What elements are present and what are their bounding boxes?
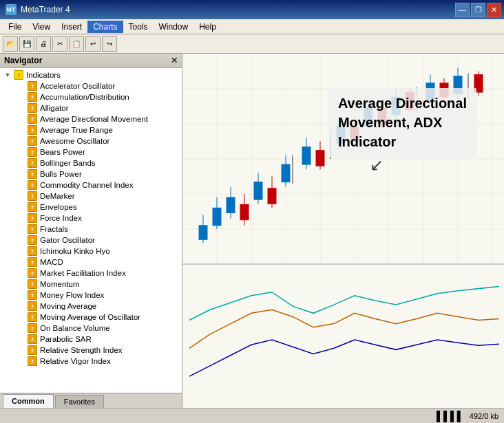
item-label: Moving Average of Oscillator	[40, 313, 140, 321]
list-item[interactable]: f Bulls Power	[14, 169, 182, 180]
list-item[interactable]: f Relative Strength Index	[14, 345, 182, 356]
navigator-close-button[interactable]: ✕	[171, 56, 178, 65]
item-label: Fractals	[40, 225, 68, 233]
status-right: ▌▌▌▌ 492/0 kb	[437, 411, 498, 422]
memory-status: 492/0 kb	[470, 412, 498, 420]
indicator-icon: f	[28, 81, 37, 91]
navigator-panel: Navigator ✕ ▼ f Indicators f Accelerator…	[0, 54, 182, 408]
svg-rect-32	[282, 164, 290, 182]
close-button[interactable]: ✕	[487, 3, 501, 17]
tree-root-indicators[interactable]: ▼ f Indicators	[0, 69, 182, 80]
indicator-icon: f	[28, 169, 37, 179]
indicator-icon: f	[28, 235, 37, 245]
item-label: Parabolic SAR	[40, 335, 92, 343]
menu-charts[interactable]: Charts	[87, 21, 123, 33]
list-item[interactable]: f Fractals	[14, 224, 182, 235]
toolbar-btn-5[interactable]: 📋	[69, 36, 84, 52]
navigator-body[interactable]: ▼ f Indicators f Accelerator Oscillator …	[0, 68, 182, 393]
menu-tools[interactable]: Tools	[123, 21, 154, 33]
indicator-icon: f	[28, 92, 37, 102]
chart-bars-icon: ▌▌▌▌	[437, 411, 464, 422]
tab-favorites[interactable]: Favorites	[55, 395, 104, 408]
list-item[interactable]: f Commodity Channel Index	[14, 180, 182, 191]
menu-help[interactable]: Help	[193, 21, 222, 33]
toolbar-btn-7[interactable]: ↪	[102, 36, 117, 52]
menu-insert[interactable]: Insert	[56, 21, 87, 33]
list-item[interactable]: f Moving Average	[14, 301, 182, 312]
menu-view[interactable]: View	[27, 21, 56, 33]
indicators-label: Indicators	[26, 71, 61, 79]
indicator-icon: f	[28, 103, 37, 113]
tab-common[interactable]: Common	[3, 394, 54, 408]
item-label: On Balance Volume	[40, 324, 110, 332]
svg-rect-48	[268, 188, 276, 204]
toolbar: 📂 💾 🖨 ✂ 📋 ↩ ↪	[0, 34, 504, 54]
toolbar-btn-2[interactable]: 💾	[19, 36, 34, 52]
list-item[interactable]: f Accelerator Oscillator	[14, 80, 182, 91]
list-item[interactable]: f Awesome Oscillator	[14, 135, 182, 147]
list-item[interactable]: f Momentum	[14, 279, 182, 290]
indicator-icon: f	[28, 257, 37, 267]
status-bar: ▌▌▌▌ 492/0 kb	[0, 408, 504, 423]
list-item[interactable]: f MACD	[14, 257, 182, 268]
item-label: Accumulation/Distribution	[40, 93, 129, 101]
list-item[interactable]: f Money Flow Index	[14, 290, 182, 301]
svg-rect-30	[227, 197, 235, 213]
minimize-button[interactable]: —	[455, 3, 470, 17]
list-item[interactable]: f Relative Vigor Index	[14, 356, 182, 367]
indicator-icon: f	[28, 125, 37, 135]
list-item[interactable]: f Average Directional Movement	[14, 113, 182, 124]
indicator-icon: f	[28, 279, 37, 289]
list-item[interactable]: f Force Index	[14, 213, 182, 224]
list-item[interactable]: f Bears Power	[14, 147, 182, 158]
indicator-icon: f	[28, 136, 37, 146]
item-label: Commodity Channel Index	[40, 181, 134, 189]
title-bar: MT MetaTrader 4 — ❐ ✕	[0, 0, 504, 19]
main-content: Navigator ✕ ▼ f Indicators f Accelerator…	[0, 54, 504, 408]
navigator-tab-bar: Common Favorites	[0, 393, 182, 408]
item-label: Relative Vigor Index	[40, 357, 111, 365]
list-item[interactable]: f Average True Range	[14, 124, 182, 135]
svg-rect-49	[316, 151, 324, 166]
nav-tree: ▼ f Indicators f Accelerator Oscillator …	[0, 68, 182, 368]
chart-arrow-icon: ↙	[370, 155, 384, 175]
item-label: Bollinger Bands	[40, 159, 96, 167]
menu-file[interactable]: File	[3, 21, 27, 33]
navigator-title: Navigator	[4, 56, 42, 65]
list-item[interactable]: f Market Facilitation Index	[14, 268, 182, 279]
item-label: Average Directional Movement	[40, 115, 148, 123]
item-label: Awesome Oscillator	[40, 137, 109, 145]
svg-rect-31	[254, 182, 262, 199]
item-label: Market Facilitation Index	[40, 269, 126, 277]
item-label: Bears Power	[40, 148, 85, 156]
svg-rect-47	[240, 204, 249, 219]
item-label: Accelerator Oscillator	[40, 82, 115, 90]
list-item[interactable]: f Moving Average of Oscillator	[14, 312, 182, 323]
toolbar-btn-1[interactable]: 📂	[3, 36, 18, 52]
item-label: DeMarker	[40, 192, 74, 200]
toolbar-btn-6[interactable]: ↩	[85, 36, 101, 52]
item-label: Force Index	[40, 214, 82, 222]
indicator-icon: f	[28, 158, 37, 168]
list-item[interactable]: f DeMarker	[14, 191, 182, 202]
menu-window[interactable]: Window	[154, 21, 194, 33]
item-label: Relative Strength Index	[40, 346, 123, 354]
maximize-button[interactable]: ❐	[471, 3, 485, 17]
list-item[interactable]: f Parabolic SAR	[14, 334, 182, 345]
toolbar-btn-3[interactable]: 🖨	[36, 36, 51, 52]
list-item[interactable]: f Gator Oscillator	[14, 235, 182, 246]
indicator-icon: f	[28, 323, 37, 333]
svg-rect-33	[302, 147, 311, 164]
list-item[interactable]: f Envelopes	[14, 202, 182, 213]
item-label: Moving Average	[40, 302, 96, 310]
indicator-icon: f	[28, 268, 37, 278]
list-item[interactable]: f Accumulation/Distribution	[14, 91, 182, 102]
folder-icon: f	[14, 70, 23, 80]
indicator-icon: f	[28, 246, 37, 256]
list-item[interactable]: f Alligator	[14, 102, 182, 113]
toolbar-btn-4[interactable]: ✂	[52, 36, 67, 52]
list-item[interactable]: f Bollinger Bands	[14, 158, 182, 169]
indicator-icon: f	[28, 147, 37, 157]
list-item[interactable]: f On Balance Volume	[14, 323, 182, 334]
list-item[interactable]: f Ichimoku Kinko Hyo	[14, 246, 182, 257]
